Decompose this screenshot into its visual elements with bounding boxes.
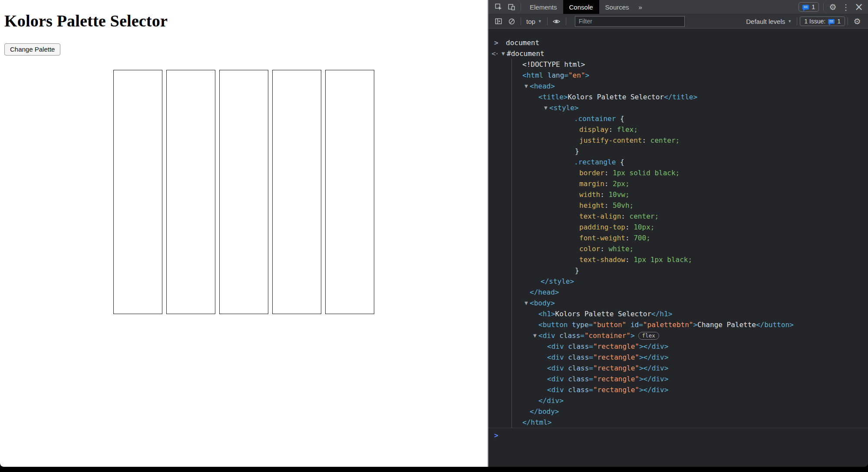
code-token-punc: :: [604, 180, 613, 188]
console-tree-row[interactable]: <·▼#document: [488, 48, 868, 59]
expand-triangle-icon[interactable]: ▼: [544, 102, 548, 113]
code-token-tag: </div>: [644, 353, 669, 361]
console-sidebar-icon[interactable]: [492, 16, 505, 27]
input-chevron-icon: >: [494, 37, 498, 48]
code-token-str: "container": [584, 331, 630, 340]
log-levels-dropdown[interactable]: Default levels ▼: [743, 18, 794, 25]
console-tree-row[interactable]: <button type="button" id="palettebtn">Ch…: [488, 319, 868, 330]
code-token-val: 1px solid black;: [613, 169, 680, 177]
code-token-tag: >: [639, 375, 644, 383]
code-token-plain: Kolors Palette Selector: [568, 93, 664, 101]
console-tree-row[interactable]: <!DOCTYPE html>: [488, 59, 868, 70]
code-token-tag: =: [589, 386, 593, 394]
expand-triangle-icon[interactable]: ▼: [525, 81, 528, 92]
code-token-punc: }: [575, 147, 579, 155]
more-tabs-chevron[interactable]: »: [635, 3, 646, 11]
issues-counter[interactable]: 1 Issue: 1: [800, 16, 845, 26]
code-token-val: 10vw;: [608, 190, 629, 199]
console-tree-row[interactable]: <div class="rectangle"></div>: [488, 374, 868, 384]
console-tree-row[interactable]: height: 50vh;: [488, 200, 868, 211]
code-token-plain: Kolors Palette Selector: [555, 310, 652, 318]
code-token-tag: <button: [538, 321, 568, 329]
code-token-punc: :: [604, 169, 613, 177]
console-tree-row[interactable]: <h1>Kolors Palette Selector</h1>: [488, 308, 868, 319]
code-token-tag: >: [693, 321, 697, 329]
console-tree-row[interactable]: <div class="rectangle"></div>: [488, 363, 868, 374]
code-token-prop: padding-top: [579, 223, 625, 231]
console-tree-row[interactable]: >document: [488, 37, 868, 48]
console-tree-row[interactable]: ▼<style>: [488, 102, 868, 113]
console-tree-row[interactable]: .container {: [488, 113, 868, 124]
console-tree-row[interactable]: justify-content: center;: [488, 135, 868, 146]
console-tree-row[interactable]: <div class="rectangle"></div>: [488, 352, 868, 363]
palette-rectangle: [113, 70, 162, 314]
console-tree-row[interactable]: text-shadow: 1px 1px black;: [488, 254, 868, 265]
code-token-tag: </head>: [530, 288, 559, 296]
console-tree-row[interactable]: .rectangle {: [488, 157, 868, 167]
kebab-menu-icon[interactable]: ⋮: [839, 1, 852, 13]
console-tree-row[interactable]: ▼<body>: [488, 298, 868, 308]
console-tree-row[interactable]: color: white;: [488, 243, 868, 254]
code-token-attr: type: [568, 321, 588, 329]
expand-triangle-icon[interactable]: ▼: [525, 298, 528, 308]
code-token-prop: height: [579, 201, 604, 210]
code-token-str: "rectangle": [593, 342, 639, 351]
expand-triangle-icon[interactable]: ▼: [502, 48, 505, 59]
console-tree-row[interactable]: font-weight: 700;: [488, 233, 868, 243]
code-token-punc: :: [625, 234, 634, 242]
code-token-tag: </div>: [644, 386, 669, 394]
code-token-punc: :: [600, 245, 608, 253]
console-tree-row[interactable]: </head>: [488, 287, 868, 298]
console-tree-row[interactable]: ▼<div class="container">flex: [488, 330, 868, 341]
tab-console[interactable]: Console: [563, 0, 599, 14]
console-tree-row[interactable]: padding-top: 10px;: [488, 222, 868, 233]
device-toolbar-icon[interactable]: [505, 1, 518, 13]
code-token-str: "rectangle": [593, 364, 639, 372]
console-tree-row[interactable]: }: [488, 146, 868, 157]
code-token-prop: width: [579, 190, 600, 199]
code-token-attr: class: [564, 364, 589, 372]
close-icon[interactable]: ×: [852, 1, 865, 13]
code-token-tag: </div>: [644, 375, 669, 383]
code-token-tag: <div: [547, 342, 564, 351]
tab-elements[interactable]: Elements: [524, 0, 563, 14]
console-tree-row[interactable]: </body>: [488, 406, 868, 417]
console-tree-row[interactable]: width: 10vw;: [488, 189, 868, 200]
divider: [797, 17, 797, 25]
inspect-element-icon[interactable]: [492, 1, 505, 13]
clear-console-icon[interactable]: [505, 16, 518, 27]
console-tree-row[interactable]: <div class="rectangle"></div>: [488, 384, 868, 395]
console-settings-gear-icon[interactable]: ⚙: [851, 16, 864, 27]
code-token-attr: class: [555, 331, 581, 340]
code-token-punc: {: [616, 158, 624, 166]
live-expression-eye-icon[interactable]: [550, 16, 563, 27]
filter-input[interactable]: [575, 16, 685, 27]
code-token-prop: color: [579, 245, 600, 253]
console-tree-row[interactable]: </div>: [488, 395, 868, 406]
code-token-str: "rectangle": [593, 353, 639, 361]
code-token-tag: <style>: [549, 104, 578, 112]
console-tree-row[interactable]: margin: 2px;: [488, 178, 868, 189]
console-tree-row[interactable]: </style>: [488, 276, 868, 287]
expand-triangle-icon[interactable]: ▼: [533, 330, 537, 341]
console-tree-row[interactable]: <title>Kolors Palette Selector</title>: [488, 92, 868, 102]
console-tree-row[interactable]: </html>: [488, 417, 868, 428]
console-tree-row[interactable]: <div class="rectangle"></div>: [488, 341, 868, 352]
flex-badge[interactable]: flex: [638, 332, 659, 340]
console-tree-row[interactable]: ▼<head>: [488, 81, 868, 92]
code-token-punc: {: [616, 115, 624, 123]
tab-sources[interactable]: Sources: [599, 0, 635, 14]
console-tree-row[interactable]: border: 1px solid black;: [488, 167, 868, 178]
code-token-tag: </button>: [756, 321, 794, 329]
context-selector[interactable]: top ▼: [524, 18, 545, 25]
settings-gear-icon[interactable]: ⚙: [826, 1, 839, 13]
console-messages-badge[interactable]: 1: [799, 2, 819, 12]
change-palette-button[interactable]: Change Palette: [4, 43, 60, 56]
code-token-val: 1px 1px black;: [634, 256, 692, 264]
console-tree-row[interactable]: }: [488, 265, 868, 276]
console-tree-row[interactable]: text-align: center;: [488, 211, 868, 222]
console-tree-row[interactable]: display: flex;: [488, 124, 868, 135]
console-prompt[interactable]: >: [488, 428, 868, 467]
console-tree-row[interactable]: <html lang="en">: [488, 70, 868, 81]
divider: [547, 17, 548, 25]
